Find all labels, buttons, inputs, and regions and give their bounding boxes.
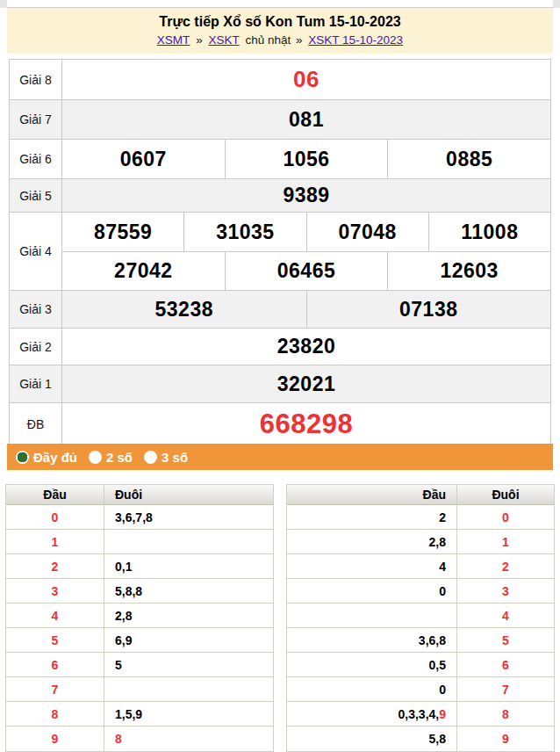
head-tail-row: 8 1,5,9 [6,702,273,727]
prize-label: Giải 2 [10,329,62,365]
breadcrumb-separator: » [196,33,203,47]
breadcrumb-link-xsmt[interactable]: XSMT [157,33,190,47]
prize-value: 06 [62,60,550,99]
prize-label: Giải 5 [10,179,62,212]
tail-head-row: 0 3 [287,579,554,604]
tail-cell [104,530,273,553]
prize-label: Giải 6 [10,140,62,178]
tail-cell: 0 [457,505,554,529]
head-cell: 5 [6,628,104,652]
tail-cell: 7 [457,677,554,701]
tail-head-row: 4 2 [287,554,554,579]
head-tail-row: 7 [6,677,273,702]
prize-subrow: 87559 31035 07048 11008 [62,213,550,251]
breadcrumb: XSMT » XSKT chủ nhật » XSKT 15-10-2023 [7,33,553,48]
tail-cell: 9 [457,727,554,751]
head-values: 0 [439,584,446,598]
head-cell: 2,8 [287,530,457,553]
tail-cell: 6,9 [104,628,273,652]
prize-table: Giải 8 06 Giải 7 081 Giải 6 0607 1056 08… [9,59,551,445]
tail-values: 1,5,9 [115,707,142,721]
prize-value: 06465 [225,252,388,290]
tail-head-row: 0,5 6 [287,653,554,677]
prize-value: 0607 [62,140,225,178]
head-cell: 0 [6,505,104,529]
head-cell: 4 [287,554,457,578]
prize-row-giai4: Giải 4 87559 31035 07048 11008 27042 064… [10,213,550,291]
head-cell: 7 [6,677,104,701]
tail-cell: 1 [457,530,554,553]
head-values: 0,5 [429,658,446,672]
head-tail-row: 5 6,9 [6,628,273,653]
head-values-special: 9 [439,707,446,721]
prize-value: 32021 [62,365,550,402]
prize-label: Giải 1 [10,365,62,402]
head-cell: 3 [6,579,104,603]
tail-cell: 6 [457,653,554,676]
head-tail-row: 0 3,6,7,8 [6,505,273,530]
tail-values: 5,8,8 [115,584,142,598]
tail-cell [104,677,273,701]
tail-head-table-right: Đầu Đuôi 2 0 2,8 1 4 2 0 3 4 3,6,8 5 0,5… [286,484,555,752]
head-cell [287,604,457,627]
head-cell: 6 [6,653,104,676]
prize-value: 9389 [62,179,550,212]
prize-value: 07048 [306,213,428,251]
tail-values: 6,9 [115,633,132,647]
tail-cell: 5 [457,628,554,652]
head-tail-row: 6 5 [6,653,273,677]
head-values: 2,8 [429,535,446,549]
prize-row-giai7: Giải 7 081 [10,100,550,140]
tail-cell: 2 [457,554,554,578]
filter-option-label: 3 số [162,450,188,465]
tail-cell: 8 [457,702,554,726]
tail-values-special: 8 [115,732,122,746]
filter-option-full[interactable]: Đầy đủ [16,450,77,465]
prize-row-db: ĐB 668298 [10,403,550,445]
tail-cell: 0,1 [104,554,273,578]
tail-head-row: 2 0 [287,505,554,530]
top-divider-inner [7,0,553,8]
breadcrumb-link-xskt[interactable]: XSKT [208,33,239,47]
head-values: 2 [439,510,446,524]
tail-values: 0,1 [115,560,132,574]
prize-value: 11008 [428,213,550,251]
head-values: 3,6,8 [419,633,446,647]
tail-values: 2,8 [115,609,132,623]
prize-value: 31035 [183,213,305,251]
filter-option-2so[interactable]: 2 số [89,450,133,465]
tail-values: 3,6,7,8 [115,510,153,524]
tail-head-row: 5,8 9 [287,727,554,751]
tail-values: 5 [115,658,122,672]
head-tail-row: 3 5,8,8 [6,579,273,604]
tail-cell: 5 [104,653,273,676]
result-display-filter: Đầy đủ 2 số 3 số [7,444,553,470]
filter-option-3so[interactable]: 3 số [144,450,188,465]
results-header: Trực tiếp Xổ số Kon Tum 15-10-2023 XSMT … [7,8,553,54]
prize-label: Giải 4 [10,213,62,290]
head-cell: 3,6,8 [287,628,457,652]
prize-value: 23820 [62,329,550,365]
prize-value: 0885 [387,140,550,178]
head-values: 0,3,3,4, [398,707,440,721]
tail-head-row: 0 7 [287,677,554,702]
tail-head-row: 2,8 1 [287,530,554,554]
head-values: 0 [439,683,446,697]
breadcrumb-link-xskt-date[interactable]: XSKT 15-10-2023 [308,33,403,47]
head-tail-row: 1 [6,530,273,554]
head-cell: 8 [6,702,104,726]
head-cell: 0,3,3,4,9 [287,702,457,726]
head-tail-row: 4 2,8 [6,604,273,628]
column-header-duoi: Đuôi [104,485,273,504]
tail-cell: 5,8,8 [104,579,273,603]
radio-icon [89,451,102,464]
prize-value: 53238 [62,291,306,328]
tail-cell: 3 [457,579,554,603]
prize-row-giai1: Giải 1 32021 [10,365,550,403]
prize-value: 12603 [387,252,550,290]
prize-row-giai6: Giải 6 0607 1056 0885 [10,140,550,179]
prize-subrow: 27042 06465 12603 [62,251,550,290]
prize-row-giai8: Giải 8 06 [10,60,550,100]
radio-selected-icon [16,451,29,464]
prize-label: Giải 3 [10,291,62,328]
